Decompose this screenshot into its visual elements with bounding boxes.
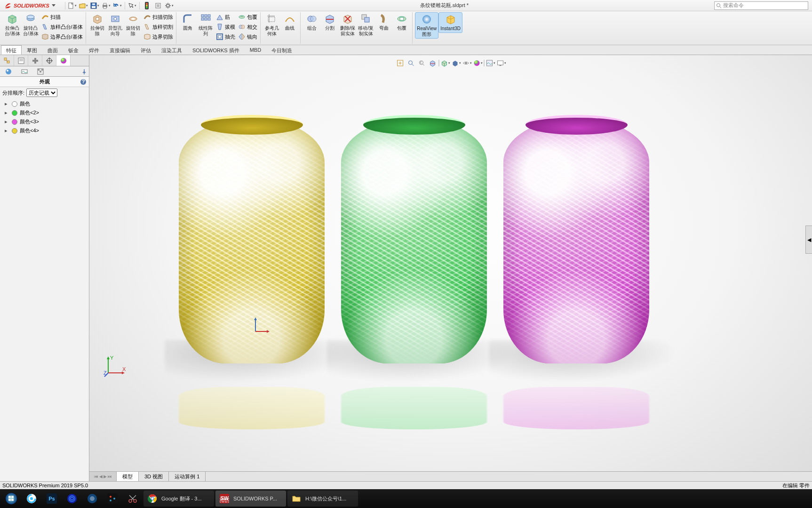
apply-scene-button[interactable]: ▾	[486, 58, 495, 68]
vp-tab-first[interactable]: ⏮	[94, 474, 98, 479]
combine-button[interactable]: 组合	[303, 12, 321, 32]
wrap2-button[interactable]: 包覆	[393, 12, 411, 32]
help-icon[interactable]: ?	[80, 79, 87, 85]
boundary-boss-button[interactable]: 边界凸台/基体	[40, 32, 84, 41]
swept-cut-button[interactable]: 扫描切除	[142, 12, 175, 22]
tab-today-manufacture[interactable]: 今日制造	[266, 45, 297, 55]
appearance-item[interactable]: ▸颜色<4>	[0, 126, 89, 135]
edit-appearance-button[interactable]: ▾	[473, 58, 483, 68]
vp-tab-last[interactable]: ⏭	[108, 474, 112, 479]
model-body-green-vase	[341, 119, 487, 363]
section-view-button[interactable]	[428, 58, 438, 68]
subtab-appearance[interactable]	[1, 68, 16, 75]
swept-boss-button[interactable]: 扫描	[40, 12, 84, 22]
task-pane-flyout[interactable]: ◀	[805, 226, 812, 254]
taskbar-window-solidworks[interactable]: SW2019SOLIDWORKS P...	[215, 491, 286, 507]
taskbar-app-1[interactable]	[22, 491, 41, 507]
lofted-cut-button[interactable]: 放样切割	[142, 22, 175, 32]
hide-show-button[interactable]: ▾	[462, 58, 472, 68]
taskbar-app-4[interactable]	[103, 491, 122, 507]
qat-undo-button[interactable]: ▾	[112, 1, 123, 10]
linear-pattern-button[interactable]: 线性阵 列	[197, 12, 215, 38]
wrap-button[interactable]: 包覆	[237, 12, 259, 22]
rib-button[interactable]: 筋	[215, 12, 237, 22]
extrude-boss-button[interactable]: 拉伸凸 台/基体	[3, 12, 22, 38]
taskbar-app-photoshop[interactable]: Ps	[42, 491, 61, 507]
pin-icon[interactable]	[81, 68, 88, 75]
qat-print-button[interactable]: ▾	[101, 1, 111, 10]
hole-wizard-button[interactable]: 异型孔 向导	[106, 12, 124, 38]
vp-tab-motion[interactable]: 运动算例 1	[169, 472, 206, 481]
tab-display-mgr[interactable]	[56, 55, 71, 66]
qat-open-button[interactable]: ▾	[79, 1, 89, 10]
app-logo[interactable]: SOLIDWORKS	[0, 1, 59, 10]
taskbar-app-snip[interactable]	[123, 491, 142, 507]
appearance-item[interactable]: ▸颜色	[0, 99, 89, 108]
taskbar-app-3[interactable]	[83, 491, 102, 507]
move-copy-body-button[interactable]: 移动/复 制实体	[357, 12, 375, 38]
svg-rect-38	[208, 18, 210, 20]
subtab-scene[interactable]	[33, 68, 48, 75]
tab-surfaces[interactable]: 曲面	[42, 45, 63, 55]
tab-property-mgr[interactable]	[14, 55, 28, 66]
appearance-item[interactable]: ▸颜色<2>	[0, 108, 89, 117]
taskbar-window-label: SOLIDWORKS P...	[233, 496, 277, 501]
tab-sketch[interactable]: 草图	[22, 45, 42, 55]
taskbar-window-explorer[interactable]: H:\微信公众号\1...	[287, 491, 358, 507]
curves-button[interactable]: 曲线	[281, 12, 299, 32]
view-settings-button[interactable]: ▾	[497, 58, 506, 68]
split-button[interactable]: 分割	[321, 12, 339, 32]
qat-select-button[interactable]: ▾	[127, 1, 137, 10]
boundary-cut-button[interactable]: 边界切除	[142, 32, 175, 41]
tab-sheetmetal[interactable]: 钣金	[63, 45, 84, 55]
qat-settings-button[interactable]: ▾	[164, 1, 175, 10]
tab-direct-editing[interactable]: 直接编辑	[104, 45, 135, 55]
tab-features[interactable]: 特征	[1, 45, 22, 55]
display-style-button[interactable]: ▾	[452, 58, 461, 68]
instant3d-button[interactable]: Instant3D	[438, 12, 462, 33]
intersect-button[interactable]: 相交	[237, 22, 259, 32]
qat-options-button[interactable]	[153, 1, 163, 10]
search-command-input[interactable]: 搜索命令	[714, 1, 808, 10]
mirror-button[interactable]: 镜向	[237, 32, 259, 41]
fillet-button[interactable]: 圆角	[179, 12, 197, 32]
delete-keep-body-button[interactable]: 删除/保 留实体	[339, 12, 357, 38]
tab-feature-tree[interactable]	[0, 55, 14, 66]
graphics-viewport[interactable]: ▾ ▾ ▾ ▾ ▾ ▾ Y X Z ◀	[89, 55, 812, 481]
taskbar-window-chrome[interactable]: Google 翻译 - 3...	[143, 491, 214, 507]
svg-point-8	[146, 3, 148, 5]
subtab-decal[interactable]	[17, 68, 32, 75]
flex-button[interactable]: 弯曲	[375, 12, 393, 32]
tab-dimxpert[interactable]	[42, 55, 56, 66]
vp-tab-3dview[interactable]: 3D 视图	[139, 472, 169, 481]
tab-config-mgr[interactable]	[28, 55, 42, 66]
taskbar-app-2[interactable]	[63, 491, 81, 507]
extrude-cut-button[interactable]: 拉伸切 除	[88, 12, 106, 38]
revolve-cut-button[interactable]: 旋转切 除	[124, 12, 142, 38]
draft-button[interactable]: 拔模	[215, 22, 237, 32]
zoom-area-button[interactable]	[406, 58, 416, 68]
revolve-boss-button[interactable]: 旋转凸 台/基体	[22, 12, 40, 38]
tab-evaluate[interactable]: 评估	[135, 45, 156, 55]
start-button[interactable]	[2, 491, 21, 507]
tab-weldments[interactable]: 焊件	[84, 45, 104, 55]
sort-order-select[interactable]: 历史记载	[26, 89, 57, 97]
appearance-item[interactable]: ▸颜色<3>	[0, 117, 89, 126]
reference-geometry-button[interactable]: 参考几 何体	[263, 12, 281, 38]
panel-title: 外观	[40, 78, 50, 85]
qat-save-button[interactable]: ▾	[90, 1, 100, 10]
vp-tab-next[interactable]: ▶	[103, 474, 107, 479]
vp-tab-prev[interactable]: ◀	[99, 474, 103, 479]
vp-tab-model[interactable]: 模型	[117, 472, 139, 481]
qat-traffic-light-icon[interactable]	[142, 1, 152, 10]
previous-view-button[interactable]	[417, 58, 427, 68]
tab-sw-addins[interactable]: SOLIDWORKS 插件	[187, 45, 245, 55]
view-orientation-button[interactable]: ▾	[441, 58, 450, 68]
lofted-boss-button[interactable]: 放样凸台/基体	[40, 22, 84, 32]
zoom-fit-button[interactable]	[396, 58, 405, 68]
tab-render-tools[interactable]: 渲染工具	[156, 45, 187, 55]
realview-button[interactable]: RealView 图形	[415, 12, 438, 39]
tab-mbd[interactable]: MBD	[245, 45, 266, 55]
qat-new-button[interactable]: ▾	[67, 1, 78, 10]
shell-button[interactable]: 抽壳	[215, 32, 237, 41]
